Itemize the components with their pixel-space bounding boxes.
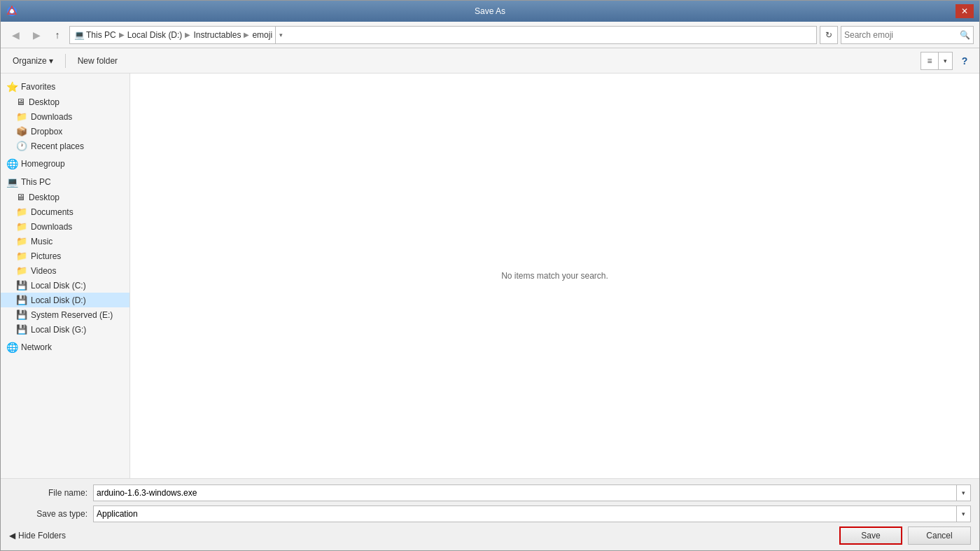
desktop-pc-icon: 🖥 — [16, 192, 25, 202]
this-pc-section: 💻 This PC 🖥 Desktop 📁 Documents 📁 Downlo… — [1, 174, 130, 337]
file-name-combined: ▾ — [93, 484, 971, 501]
main-content: ⭐ Favorites 🖥 Desktop 📁 Downloads 📦 Drop… — [1, 74, 979, 478]
title-bar: Save As ✕ — [1, 1, 979, 22]
favorites-label: Favorites — [21, 82, 55, 92]
view-buttons: ≡ ▾ — [920, 52, 953, 70]
breadcrumb-emoji[interactable]: emoji — [252, 30, 272, 40]
breadcrumb-local-disk[interactable]: Local Disk (D:) — [127, 30, 183, 40]
view-dropdown-button[interactable]: ▾ — [939, 52, 953, 70]
forward-button[interactable]: ▶ — [27, 26, 46, 44]
sidebar: ⭐ Favorites 🖥 Desktop 📁 Downloads 📦 Drop… — [1, 74, 130, 478]
bottom-bar: File name: ▾ Save as type: ▾ ◀ Hide Fold… — [1, 478, 979, 550]
organize-arrow: ▾ — [49, 56, 53, 66]
dropbox-icon: 📦 — [16, 126, 27, 137]
type-dropdown[interactable]: ▾ — [957, 505, 971, 522]
sidebar-item-recent[interactable]: 🕐 Recent places — [1, 139, 130, 153]
network-header[interactable]: 🌐 Network — [1, 340, 130, 355]
search-icon: 🔍 — [960, 30, 970, 40]
this-pc-icon: 💻 — [74, 30, 85, 40]
file-name-dropdown[interactable]: ▾ — [957, 484, 971, 501]
organize-button[interactable]: Organize ▾ — [6, 52, 59, 70]
local-c-icon: 💾 — [16, 280, 27, 291]
this-pc-label: This PC — [21, 177, 51, 187]
breadcrumb-sep-1: ▶ — [119, 31, 125, 39]
homegroup-icon: 🌐 — [6, 158, 18, 169]
breadcrumb-this-pc[interactable]: 💻 This PC — [74, 30, 116, 40]
search-input[interactable] — [844, 30, 960, 40]
sidebar-item-downloads-fav[interactable]: 📁 Downloads — [1, 109, 130, 124]
breadcrumb-label: Instructables — [193, 30, 241, 40]
music-icon: 📁 — [16, 236, 27, 246]
cancel-button[interactable]: Cancel — [908, 526, 971, 545]
sidebar-item-system-e[interactable]: 💾 System Reserved (E:) — [1, 307, 130, 322]
sidebar-item-label: Downloads — [31, 222, 72, 232]
sidebar-item-label: Dropbox — [31, 127, 62, 137]
local-g-icon: 💾 — [16, 324, 27, 335]
hide-folders-label: Hide Folders — [18, 531, 66, 540]
save-button[interactable]: Save — [839, 526, 902, 545]
downloads-fav-icon: 📁 — [16, 111, 27, 122]
address-bar: ◀ ▶ ↑ 💻 This PC ▶ Local Disk (D:) ▶ Inst… — [1, 22, 979, 48]
breadcrumb-sep-2: ▶ — [185, 31, 190, 39]
sidebar-item-label: Desktop — [29, 97, 59, 107]
system-e-icon: 💾 — [16, 309, 27, 320]
empty-message: No items match your search. — [501, 271, 608, 281]
organize-label: Organize — [13, 56, 47, 66]
sidebar-item-label: Downloads — [31, 112, 72, 122]
new-folder-button[interactable]: New folder — [71, 52, 124, 70]
file-area: No items match your search. — [130, 74, 979, 478]
sidebar-item-downloads-pc[interactable]: 📁 Downloads — [1, 219, 130, 234]
local-d-icon: 💾 — [16, 295, 27, 305]
sidebar-item-label: Videos — [31, 266, 56, 276]
toolbar: Organize ▾ New folder ≡ ▾ ? — [1, 48, 979, 74]
sidebar-item-label: Local Disk (C:) — [31, 281, 86, 291]
hide-folders-button[interactable]: ◀ Hide Folders — [9, 531, 66, 540]
sidebar-item-local-g[interactable]: 💾 Local Disk (G:) — [1, 322, 130, 337]
view-mode-button[interactable]: ≡ — [920, 52, 939, 70]
title-bar-left — [6, 6, 18, 17]
sidebar-item-local-c[interactable]: 💾 Local Disk (C:) — [1, 278, 130, 293]
sidebar-item-label: System Reserved (E:) — [31, 310, 113, 320]
up-button[interactable]: ↑ — [48, 26, 66, 44]
network-icon: 🌐 — [6, 342, 18, 353]
sidebar-item-dropbox[interactable]: 📦 Dropbox — [1, 124, 130, 139]
chevron-left-icon: ◀ — [9, 531, 15, 540]
favorites-header[interactable]: ⭐ Favorites — [1, 79, 130, 95]
sidebar-item-local-d[interactable]: 💾 Local Disk (D:) — [1, 293, 130, 307]
sidebar-item-documents[interactable]: 📁 Documents — [1, 204, 130, 219]
sidebar-item-label: Recent places — [31, 141, 84, 151]
homegroup-section: 🌐 Homegroup — [1, 156, 130, 172]
sidebar-item-label: Documents — [31, 207, 74, 217]
sidebar-item-pictures[interactable]: 📁 Pictures — [1, 249, 130, 263]
breadcrumb-instructables[interactable]: Instructables — [193, 30, 241, 40]
sidebar-item-music[interactable]: 📁 Music — [1, 234, 130, 249]
refresh-button[interactable]: ↻ — [820, 26, 838, 44]
type-combined: ▾ — [93, 505, 971, 522]
favorites-icon: ⭐ — [6, 81, 18, 92]
save-as-type-row: Save as type: ▾ — [9, 505, 971, 522]
file-name-row: File name: ▾ — [9, 484, 971, 501]
save-as-dialog: Save As ✕ ◀ ▶ ↑ 💻 This PC ▶ Local Disk (… — [0, 0, 980, 551]
network-label: Network — [21, 342, 52, 352]
breadcrumb-label: Local Disk (D:) — [127, 30, 183, 40]
network-section: 🌐 Network — [1, 340, 130, 355]
this-pc-section-icon: 💻 — [6, 176, 18, 188]
sidebar-item-videos[interactable]: 📁 Videos — [1, 263, 130, 278]
sidebar-item-desktop-fav[interactable]: 🖥 Desktop — [1, 95, 130, 109]
sidebar-item-desktop-pc[interactable]: 🖥 Desktop — [1, 190, 130, 204]
downloads-pc-icon: 📁 — [16, 221, 27, 232]
help-button[interactable]: ? — [955, 52, 974, 70]
close-button[interactable]: ✕ — [955, 4, 974, 18]
breadcrumb-label: emoji — [252, 30, 272, 40]
breadcrumb-dropdown[interactable]: ▾ — [275, 26, 286, 44]
this-pc-header[interactable]: 💻 This PC — [1, 174, 130, 190]
action-row: ◀ Hide Folders Save Cancel — [9, 526, 971, 545]
back-button[interactable]: ◀ — [6, 26, 24, 44]
search-box: 🔍 — [841, 26, 974, 44]
homegroup-header[interactable]: 🌐 Homegroup — [1, 156, 130, 172]
documents-icon: 📁 — [16, 207, 27, 217]
save-as-type-input[interactable] — [93, 505, 957, 522]
file-name-input[interactable] — [93, 484, 957, 501]
title-bar-controls: ✕ — [955, 4, 974, 18]
new-folder-label: New folder — [78, 56, 118, 66]
